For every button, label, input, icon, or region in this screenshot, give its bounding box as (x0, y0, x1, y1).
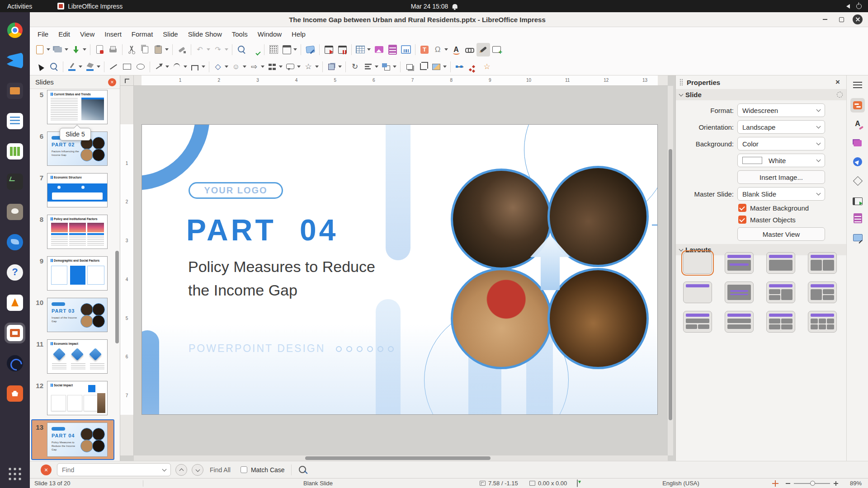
dropdown-arrow-icon[interactable] (207, 48, 210, 51)
zoom-slider[interactable] (794, 483, 830, 484)
maximize-button[interactable] (836, 14, 846, 24)
dock-software[interactable] (5, 384, 25, 404)
layout-title-content[interactable] (725, 252, 754, 274)
zoom-slider-handle[interactable] (810, 481, 815, 486)
master-slide-select[interactable]: Blank Slide (737, 187, 825, 201)
master-objects-checkbox-row[interactable]: Master Objects (738, 216, 796, 224)
properties-close-icon[interactable]: × (833, 78, 843, 87)
photo-clover-group[interactable] (454, 169, 654, 368)
dropdown-arrow-icon[interactable] (338, 66, 342, 68)
start-current-slide-button[interactable] (335, 43, 349, 56)
sidebar-tab-properties[interactable] (850, 98, 865, 113)
zoom-out-button[interactable] (786, 483, 790, 484)
select-button[interactable] (33, 60, 47, 74)
insert-textbox-button[interactable] (418, 43, 431, 56)
layout-content-two-content[interactable] (808, 282, 837, 303)
match-case-checkbox[interactable] (241, 466, 247, 473)
dropdown-arrow-icon[interactable] (165, 48, 169, 51)
vertical-scrollbar-thumb[interactable] (669, 149, 672, 420)
export-pdf-button[interactable] (93, 43, 106, 56)
dropdown-arrow-icon[interactable] (79, 66, 82, 68)
display-views-button[interactable] (280, 43, 298, 56)
dropdown-arrow-icon[interactable] (202, 66, 205, 68)
dock-thunderbird[interactable] (5, 232, 25, 252)
slides-panel-scrollbar[interactable] (115, 251, 119, 343)
menu-tools[interactable]: Tools (227, 28, 253, 40)
sidebar-tab-navigator[interactable] (850, 155, 865, 169)
layout-title-only[interactable] (683, 282, 712, 303)
sidebar-menu-icon[interactable] (853, 82, 862, 88)
hyperlink-button[interactable] (463, 43, 476, 56)
special-character-button[interactable]: Ω (431, 43, 449, 56)
activities-button[interactable]: Activities (0, 0, 39, 12)
slide-thumbnail-8[interactable]: Policy and Institutional Factors (47, 215, 108, 249)
slide-thumbnail-7[interactable]: Economic Structure (47, 173, 108, 207)
find-next-button[interactable] (192, 464, 203, 476)
crop-button[interactable] (416, 60, 430, 74)
stars-button[interactable]: ☆ (302, 60, 320, 74)
find-combo[interactable] (57, 463, 171, 476)
fit-slide-icon[interactable] (772, 480, 778, 487)
horizontal-scrollbar[interactable] (134, 455, 668, 461)
layout-name-status[interactable]: Blank Slide (299, 480, 337, 487)
sidebar-tab-styles[interactable] (850, 117, 865, 131)
shadow-button[interactable] (403, 60, 416, 74)
master-background-checkbox-row[interactable]: Master Background (738, 204, 809, 212)
dock-gimp[interactable] (5, 202, 25, 222)
menu-insert[interactable]: Insert (99, 28, 127, 40)
dropdown-arrow-icon[interactable] (65, 48, 68, 51)
dock-calc[interactable] (5, 141, 25, 161)
slide-thumbnail-10[interactable]: PART 03Impact of the Income Gap (47, 298, 108, 332)
curve-button[interactable] (170, 60, 189, 74)
find-and-replace-icon[interactable] (298, 465, 308, 475)
flowchart-button[interactable] (266, 60, 284, 74)
close-button[interactable] (853, 14, 863, 24)
zoom-percentage[interactable]: 89% (839, 480, 862, 487)
slide-thumbnail-12[interactable]: Social Impact (47, 381, 108, 415)
menu-slide[interactable]: Slide (158, 28, 183, 40)
background-select[interactable]: Color (737, 137, 825, 150)
logo-placeholder[interactable]: YOUR LOGO (189, 182, 283, 199)
clone-formatting-button[interactable] (175, 43, 189, 56)
ellipse-button[interactable] (134, 60, 147, 74)
dropdown-arrow-icon[interactable] (367, 48, 371, 51)
copy-button[interactable] (138, 43, 152, 56)
callouts-button[interactable] (284, 60, 302, 74)
master-objects-checkbox[interactable] (738, 216, 746, 224)
paste-button[interactable] (152, 43, 170, 56)
align-button[interactable] (362, 60, 380, 74)
slide-footer[interactable]: POWERPOINT DESIGN (189, 343, 394, 355)
menu-view[interactable]: View (75, 28, 99, 40)
menu-help[interactable]: Help (287, 28, 311, 40)
layout-centered-text[interactable] (725, 282, 754, 303)
rotate-button[interactable]: ↻ (348, 60, 362, 74)
menu-format[interactable]: Format (127, 28, 158, 40)
dropdown-arrow-icon[interactable] (184, 66, 187, 68)
symbol-shapes-button[interactable]: ☺ (230, 60, 248, 74)
undo-button[interactable]: ↶ (193, 43, 212, 56)
insert-image-button[interactable]: Insert Image... (737, 170, 825, 184)
glue-points-button[interactable] (467, 60, 480, 74)
dropdown-arrow-icon[interactable] (165, 66, 169, 68)
vertical-scrollbar[interactable] (668, 86, 673, 455)
insert-image-button[interactable] (372, 43, 386, 56)
slide-section-header[interactable]: Slide (676, 89, 846, 100)
dropdown-arrow-icon[interactable] (393, 66, 396, 68)
edit-mode-button[interactable] (303, 43, 317, 56)
dock-mail[interactable] (5, 81, 25, 101)
rectangle-button[interactable] (120, 60, 134, 74)
dropdown-arrow-icon[interactable] (47, 48, 50, 51)
find-replace-button[interactable] (235, 43, 248, 56)
layout-title-four-content[interactable] (766, 311, 795, 333)
layout-title-two-rows[interactable] (725, 311, 754, 333)
basic-shapes-button[interactable]: ◇ (212, 60, 230, 74)
zoom-in-button[interactable] (834, 481, 838, 486)
slide-thumbnail-13[interactable]: PART 04Policy Measures to Reduce the Inc… (47, 422, 108, 457)
spelling-button[interactable] (248, 43, 262, 56)
dropdown-arrow-icon[interactable] (293, 48, 297, 51)
slide-thumbnail-9[interactable]: Demographic and Social Factors (47, 256, 108, 291)
master-view-button[interactable]: Master View (737, 227, 825, 241)
sidebar-tab-shapes[interactable] (850, 174, 865, 188)
dock-impress[interactable] (5, 323, 25, 343)
arrange-button[interactable] (380, 60, 398, 74)
